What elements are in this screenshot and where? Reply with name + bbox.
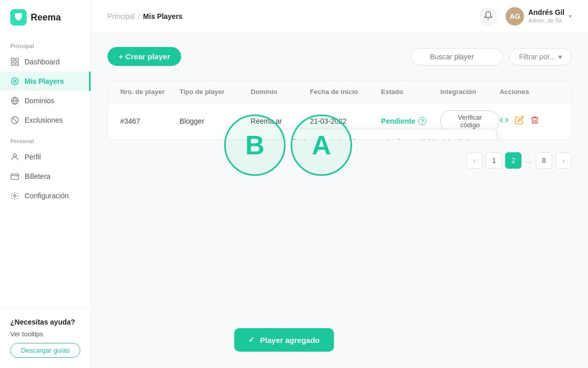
- sidebar-item-dashboard[interactable]: Dashboard: [0, 52, 91, 72]
- wallet-icon: [10, 172, 19, 181]
- main-area: Principal / Mis Players AG Andrés Gil Ad…: [91, 0, 588, 368]
- player-icon: [10, 77, 19, 86]
- section-label-principal: Principal: [0, 35, 91, 52]
- svg-rect-2: [11, 63, 14, 65]
- pagination-dots: ...: [525, 156, 533, 165]
- user-details: Andrés Gil Admin. de Sit.: [528, 8, 564, 24]
- th-nro: Nro. de player: [120, 88, 180, 96]
- bell-icon: [484, 11, 493, 22]
- toast-notification: ✓ Player agregado: [234, 328, 334, 352]
- delete-icon[interactable]: [530, 116, 539, 127]
- circle-a: A: [291, 114, 352, 176]
- sidebar-item-billetera[interactable]: Billetera: [0, 167, 91, 186]
- svg-rect-3: [16, 63, 18, 65]
- logo-text: Reema: [31, 12, 61, 23]
- sidebar: Reema Principal Dashboard Mis Players Do…: [0, 0, 91, 368]
- chevron-down-icon: ▾: [569, 13, 572, 20]
- sidebar-bottom: ¿Necesitas ayuda? Ver tooltips Descargar…: [0, 307, 91, 368]
- ver-tooltips-link[interactable]: Ver tooltips: [10, 330, 80, 338]
- sidebar-item-label-perfil: Perfil: [25, 153, 41, 161]
- svg-rect-1: [16, 58, 18, 61]
- filter-button[interactable]: Filtrar por... ▾: [509, 48, 572, 65]
- toolbar: + Crear player 🔍 Filtrar por... ▾: [107, 47, 572, 66]
- logo-icon: [10, 9, 27, 26]
- circles-container: B A: [224, 114, 352, 176]
- breadcrumb: Principal / Mis Players: [107, 12, 183, 20]
- gear-icon: [10, 191, 19, 200]
- check-icon: ✓: [248, 335, 255, 344]
- svg-rect-10: [11, 174, 19, 180]
- user-info[interactable]: AG Andrés Gil Admin. de Sit. ▾: [506, 7, 572, 26]
- th-dominio: Dominio: [251, 88, 310, 96]
- grid-icon: [10, 57, 19, 66]
- svg-point-11: [14, 195, 16, 197]
- sidebar-item-label-billetera: Billetera: [25, 172, 51, 180]
- toolbar-right: 🔍 Filtrar por... ▾: [411, 48, 572, 65]
- sidebar-item-perfil[interactable]: Perfil: [0, 147, 91, 167]
- breadcrumb-parent[interactable]: Principal: [107, 12, 135, 20]
- edit-icon[interactable]: [515, 116, 524, 127]
- td-estado: Pendiente ?: [381, 117, 441, 125]
- sidebar-item-exclusiones[interactable]: Exclusiones: [0, 110, 91, 130]
- sidebar-item-configuracion[interactable]: Configuración: [0, 186, 91, 205]
- toast-label: Player agregado: [260, 336, 320, 344]
- globe-icon: [10, 96, 19, 105]
- breadcrumb-current: Mis Players: [143, 12, 183, 20]
- sidebar-item-mis-players[interactable]: Mis Players: [0, 72, 91, 91]
- notification-button[interactable]: [479, 7, 497, 26]
- td-acciones: [499, 116, 559, 127]
- pagination-page-2[interactable]: 2: [505, 152, 521, 169]
- logo: Reema: [0, 0, 91, 35]
- status-badge: Pendiente: [381, 117, 416, 125]
- circle-b: B: [224, 114, 286, 176]
- search-wrap: 🔍: [411, 48, 503, 65]
- th-tipo: Tipo de player: [180, 88, 251, 96]
- sidebar-item-label-mis-players: Mis Players: [25, 77, 64, 85]
- pagination-page-1[interactable]: 1: [486, 152, 502, 169]
- header-right: AG Andrés Gil Admin. de Sit. ▾: [479, 7, 572, 26]
- code-icon[interactable]: [499, 116, 509, 127]
- svg-point-5: [14, 80, 16, 83]
- avatar: AG: [506, 7, 524, 26]
- breadcrumb-separator: /: [138, 12, 140, 20]
- sidebar-item-label-dashboard: Dashboard: [25, 58, 60, 66]
- sidebar-item-dominios[interactable]: Dominios: [0, 91, 91, 110]
- svg-point-4: [11, 78, 18, 85]
- block-icon: [10, 116, 19, 125]
- pagination-prev[interactable]: ‹: [466, 152, 483, 169]
- table-header: Nro. de player Tipo de player Dominio Fe…: [108, 81, 571, 103]
- pagination-next[interactable]: ›: [555, 152, 572, 169]
- user-name: Andrés Gil: [528, 8, 564, 17]
- user-role: Admin. de Sit.: [528, 17, 564, 24]
- th-estado: Estado: [381, 88, 441, 96]
- header: Principal / Mis Players AG Andrés Gil Ad…: [91, 0, 588, 33]
- content: + Crear player 🔍 Filtrar por... ▾ Nro. d…: [91, 33, 588, 368]
- svg-line-8: [12, 118, 18, 123]
- pagination-page-8[interactable]: 8: [536, 152, 552, 169]
- td-nro: #3467: [120, 117, 180, 125]
- filter-chevron-icon: ▾: [558, 53, 562, 61]
- svg-rect-0: [11, 58, 14, 61]
- sidebar-item-label-dominios: Dominios: [25, 97, 54, 105]
- section-label-personal: Personal: [0, 130, 91, 147]
- needs-help-title: ¿Necesitas ayuda?: [10, 318, 80, 326]
- create-player-button[interactable]: + Crear player: [107, 47, 181, 66]
- descargar-guias-button[interactable]: Descargar guías: [10, 343, 80, 358]
- search-input[interactable]: [411, 48, 503, 65]
- sidebar-item-label-configuracion: Configuración: [25, 192, 69, 200]
- svg-point-9: [13, 154, 16, 157]
- th-acciones: Acciones: [499, 88, 559, 96]
- question-icon[interactable]: ?: [418, 117, 426, 125]
- filter-label: Filtrar por...: [519, 53, 555, 61]
- sidebar-item-label-exclusiones: Exclusiones: [25, 116, 63, 124]
- user-icon: [10, 152, 19, 162]
- th-fecha: Fecha de inicio: [310, 88, 381, 96]
- th-integracion: Integración: [440, 88, 499, 96]
